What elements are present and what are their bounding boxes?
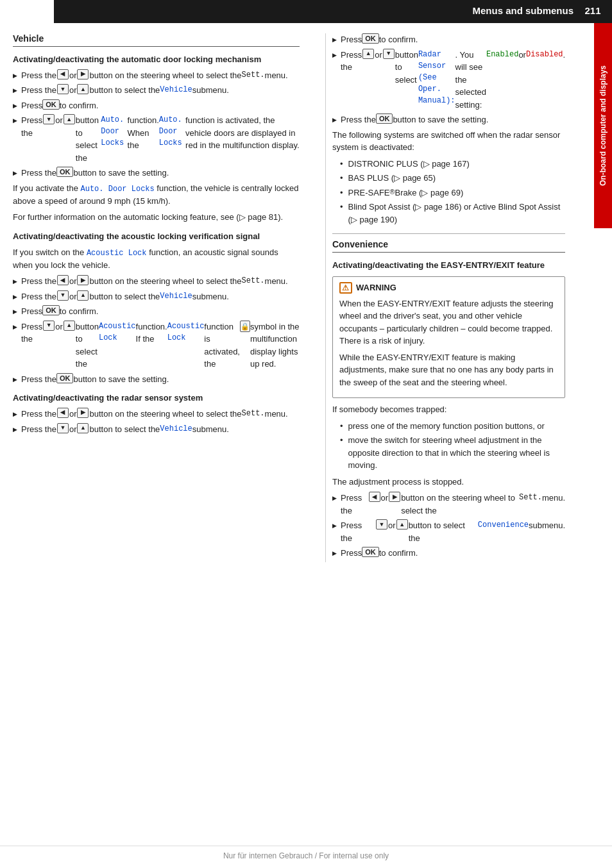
down-arrow-btn xyxy=(43,321,55,331)
left-column: Vehicle Activating/deactivating the auto… xyxy=(13,33,306,562)
list-item: Press the or button on the steering whee… xyxy=(13,69,300,82)
list-item: Press the or button on the steering whee… xyxy=(332,492,565,517)
list-item: DISTRONIC PLUS (▷ page 167) xyxy=(340,158,565,171)
left-arrow-btn xyxy=(369,492,380,502)
list-item: move the switch for steering wheel adjus… xyxy=(340,434,565,472)
radar-steps-right: Press OK to confirm. Press the or button… xyxy=(332,33,565,126)
ok-btn: OK xyxy=(56,373,74,383)
up-arrow-btn xyxy=(77,84,89,94)
easy-entry-title: Activating/deactivating the EASY-ENTRY/E… xyxy=(332,260,565,271)
down-arrow-btn xyxy=(57,84,69,94)
left-arrow-btn xyxy=(57,408,69,418)
warning-box: ⚠ WARNING When the EASY-ENTRY/EXIT featu… xyxy=(332,276,565,399)
down-arrow-btn xyxy=(57,423,69,433)
ok-btn: OK xyxy=(56,167,74,177)
list-item: PRE-SAFE® Brake (▷ page 69) xyxy=(340,187,565,199)
up-arrow-btn xyxy=(64,321,75,331)
lock-icon: 🔒 xyxy=(240,321,250,332)
warning-title: ⚠ WARNING xyxy=(339,282,558,294)
list-item: Press OK to confirm. xyxy=(332,33,565,46)
radar-steps-left: Press the or button on the steering whee… xyxy=(13,408,300,435)
warning-triangle-icon: ⚠ xyxy=(339,282,352,294)
warning-label: WARNING xyxy=(356,283,396,292)
header-title: Menus and submenus xyxy=(54,0,612,23)
list-item: Press OK to confirm. xyxy=(13,99,300,112)
list-item: Press the or button to select the Acoust… xyxy=(13,321,300,371)
right-column: Press OK to confirm. Press the or button… xyxy=(325,33,565,562)
down-arrow-btn xyxy=(376,519,387,530)
list-item: Press the OK button to save the setting. xyxy=(13,167,300,179)
easy-entry-steps: Press the or button on the steering whee… xyxy=(332,492,565,560)
footer: Nur für internen Gebrauch / For internal… xyxy=(0,846,612,868)
up-arrow-btn xyxy=(77,290,89,301)
left-arrow-btn xyxy=(57,275,69,285)
vehicle-section-title: Vehicle xyxy=(13,33,300,47)
ok-btn: OK xyxy=(42,305,60,315)
warning-text2: While the EASY-ENTRY/EXIT feature is mak… xyxy=(339,351,558,389)
list-item: Press the or button to select Radar Sens… xyxy=(332,49,565,112)
left-arrow-btn xyxy=(57,69,69,79)
trapped-list: press one of the memory function positio… xyxy=(340,420,565,472)
convenience-divider xyxy=(332,233,565,234)
right-arrow-btn xyxy=(77,275,89,285)
ok-btn: OK xyxy=(362,33,379,44)
radar-off-note: The following systems are switched off w… xyxy=(332,129,565,154)
acoustic-lock-intro: If you switch on the Acoustic Lock funct… xyxy=(13,246,300,272)
radar-systems-list: DISTRONIC PLUS (▷ page 167) BAS PLUS (▷ … xyxy=(340,158,565,226)
up-arrow-btn xyxy=(77,423,89,433)
up-arrow-btn xyxy=(64,114,75,124)
list-item: Press the or button on the steering whee… xyxy=(13,408,300,421)
auto-door-note1: If you activate the Auto. Door Locks fun… xyxy=(13,182,300,208)
list-item: Press the or button to select the Conven… xyxy=(332,519,565,544)
right-arrow-btn xyxy=(389,492,400,502)
convenience-section-title: Convenience xyxy=(332,239,565,253)
auto-door-locks-ref: Auto. Door Locks xyxy=(101,114,127,149)
down-arrow-btn xyxy=(383,49,395,59)
down-arrow-btn xyxy=(57,290,69,301)
list-item: Press the OK button to save the setting. xyxy=(13,373,300,386)
list-item: Press the or button to select the Vehicl… xyxy=(13,423,300,436)
right-arrow-btn xyxy=(77,69,89,79)
stopped-note: The adjustment process is stopped. xyxy=(332,476,565,488)
page-number: 211 xyxy=(574,0,612,23)
list-item: Press OK to confirm. xyxy=(13,305,300,318)
list-item: press one of the memory function positio… xyxy=(340,420,565,433)
auto-door-locks-title: Activating/deactivating the automatic do… xyxy=(13,54,300,65)
acoustic-lock-steps: Press the or button on the steering whee… xyxy=(13,275,300,385)
acoustic-lock-title: Activating/deactivating the acoustic loc… xyxy=(13,231,300,242)
sett-menu-ref: Sett. xyxy=(242,69,265,81)
down-arrow-btn xyxy=(43,114,55,124)
list-item: Press the or button to select the Vehicl… xyxy=(13,290,300,303)
list-item: Press the or button on the steering whee… xyxy=(13,275,300,288)
side-tab-label: On-board computer and displays xyxy=(594,23,612,228)
list-item: BAS PLUS (▷ page 65) xyxy=(340,172,565,185)
list-item: Press the or button to select the Vehicl… xyxy=(13,84,300,97)
radar-sensor-title: Activating/deactivating the radar sensor… xyxy=(13,393,300,404)
vehicle-ref: Vehicle xyxy=(160,84,192,96)
up-arrow-btn xyxy=(362,49,374,59)
auto-door-locks-steps: Press the or button on the steering whee… xyxy=(13,69,300,179)
list-item: Press OK to confirm. xyxy=(332,547,565,560)
ok-btn: OK xyxy=(42,99,60,110)
ok-btn: OK xyxy=(376,113,393,124)
auto-door-note2: For further information on the automatic… xyxy=(13,211,300,224)
warning-text1: When the EASY-ENTRY/EXIT feature adjusts… xyxy=(339,297,558,347)
list-item: Press the or button to select the Auto. … xyxy=(13,114,300,164)
ok-btn: OK xyxy=(362,547,379,557)
list-item: Blind Spot Assist (▷ page 186) or Active… xyxy=(340,201,565,226)
list-item: Press the OK button to save the setting. xyxy=(332,113,565,126)
auto-door-locks-ref2: Auto. Door Locks xyxy=(159,114,185,149)
up-arrow-btn xyxy=(396,519,408,530)
trapped-intro: If somebody becomes trapped: xyxy=(332,403,565,416)
right-arrow-btn xyxy=(77,408,89,418)
